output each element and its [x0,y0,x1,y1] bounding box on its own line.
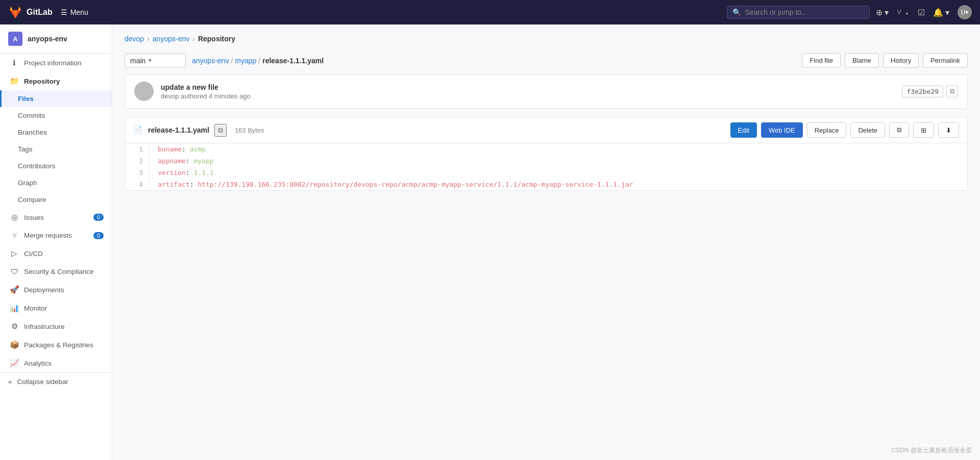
project-avatar: A [8,32,22,46]
edit-button[interactable]: Edit [730,122,757,138]
path-myapp[interactable]: myapp [235,57,256,65]
search-input[interactable] [745,8,864,16]
commit-details: update a new file devop authored 4 minut… [161,83,895,100]
sidebar-item-compare[interactable]: Compare [0,191,112,208]
sidebar-project-header: A anyops-env [0,24,112,54]
navbar-logo[interactable]: GitLab [8,5,53,19]
sidebar-item-analytics[interactable]: 📈 Analytics [0,354,112,372]
code-line-4: 4 artifact: http://139.198.166.235:8082/… [125,178,967,190]
sidebar-item-repository[interactable]: 📁 Repository [0,72,112,90]
web-ide-button[interactable]: Web IDE [761,122,803,138]
breadcrumb-sep-1: › [147,35,150,43]
sidebar-item-branches[interactable]: Branches [0,124,112,141]
commit-hash-code: f3e2be29 [902,86,943,97]
blame-button[interactable]: Blame [845,53,879,68]
sidebar-label: Infrastructure [24,323,65,330]
project-info-icon: ℹ [10,58,19,67]
path-anyops-env[interactable]: anyops-env [192,57,229,65]
permalink-button[interactable]: Permalink [923,53,968,68]
sidebar-item-cicd[interactable]: ▷ CI/CD [0,244,112,263]
sidebar-item-infrastructure[interactable]: ⚙ Infrastructure [0,317,112,336]
search-icon: 🔍 [732,8,741,16]
raw-button[interactable]: ⊞ [913,122,934,138]
breadcrumb-devop[interactable]: devop [125,35,144,43]
sidebar-item-project-information[interactable]: ℹ Project information [0,54,112,72]
monitor-icon: 📊 [10,303,19,313]
line-code-3: version: 1.1.1 [150,167,214,178]
main-content: devop › anyops-env › Repository main ▾ a… [112,24,980,460]
sidebar-item-merge-requests[interactable]: ⑂ Merge requests 0 [0,226,112,244]
navbar-search[interactable]: 🔍 [727,6,870,19]
issues-badge: 0 [93,214,104,221]
sidebar-item-issues[interactable]: ◎ Issues 0 [0,208,112,226]
sidebar-label: Security & Compliance [24,268,94,275]
add-icon[interactable]: ⊕ ▾ [876,8,889,17]
sidebar-item-deployments[interactable]: 🚀 Deployments [0,280,112,299]
replace-button[interactable]: Replace [807,122,847,138]
sidebar-item-monitor[interactable]: 📊 Monitor [0,299,112,317]
sidebar-label: Merge requests [24,232,72,239]
sidebar-label: Graph [18,179,37,187]
merge-request-icon[interactable]: ⑂ ▾ [897,8,909,17]
line-code-2: appname: myapp [150,155,214,167]
code-line-1: 1 buname: acmp [125,143,967,155]
file-viewer: 📄 release-1.1.1.yaml ⧉ 163 Bytes Edit We… [125,117,968,191]
sidebar-item-security-compliance[interactable]: 🛡 Security & Compliance [0,263,112,280]
merge-requests-icon: ⑂ [10,231,19,240]
user-avatar[interactable]: U▾ [958,5,972,19]
sidebar-label: Project information [24,59,82,67]
issues-icon: ◎ [10,213,19,222]
find-file-button[interactable]: Find file [802,53,841,68]
footer-note: CSDN @富士康质检员张全蛋 [891,446,972,455]
project-name: anyops-env [28,35,67,43]
sidebar-item-packages-registries[interactable]: 📦 Packages & Registries [0,336,112,354]
navbar-menu-button[interactable]: ☰ Menu [61,8,88,16]
notification-icon[interactable]: 🔔 ▾ [933,8,949,17]
copy-path-button[interactable]: ⧉ [214,124,227,137]
sidebar-item-graph[interactable]: Graph [0,174,112,191]
breadcrumb-sep-2: › [192,35,195,43]
file-viewer-header: 📄 release-1.1.1.yaml ⧉ 163 Bytes Edit We… [125,117,967,143]
file-type-icon: 📄 [133,125,143,135]
sidebar: A anyops-env ℹ Project information 📁 Rep… [0,24,112,460]
sidebar-label: Branches [18,129,47,136]
sidebar-item-commits[interactable]: Commits [0,107,112,124]
analytics-icon: 📈 [10,359,19,368]
path-nav: anyops-env / myapp / release-1.1.1.yaml [192,57,324,65]
hamburger-icon: ☰ [61,8,67,16]
sidebar-collapse-button[interactable]: « Collapse sidebar [0,372,112,391]
line-number-4: 4 [125,178,150,190]
sidebar-label: Analytics [24,360,52,367]
packages-icon: 📦 [10,340,19,349]
sidebar-item-contributors[interactable]: Contributors [0,158,112,174]
navbar: GitLab ☰ Menu 🔍 ⊕ ▾ ⑂ ▾ ☑ 🔔 ▾ U▾ [0,0,980,24]
sidebar-item-files[interactable]: Files [0,90,112,107]
line-code-4: artifact: http://139.198.166.235:8082/re… [150,178,633,190]
file-browser-actions: Find file Blame History Permalink [802,53,968,68]
delete-button[interactable]: Delete [850,122,885,138]
sidebar-label: Issues [24,214,44,221]
infrastructure-icon: ⚙ [10,322,19,331]
collapse-label: Collapse sidebar [17,378,69,386]
cicd-icon: ▷ [10,249,19,258]
branch-selector[interactable]: main ▾ [125,54,186,68]
todo-icon[interactable]: ☑ [918,8,925,17]
copy-raw-button[interactable]: ⧉ [889,122,909,138]
commit-avatar [134,82,154,101]
commit-time: authored 4 minutes ago [181,92,251,100]
sidebar-label: Repository [24,78,60,85]
sidebar-label: Commits [18,112,45,119]
branch-name: main [130,57,145,65]
breadcrumb-anyops-env[interactable]: anyops-env [153,35,189,43]
sidebar-item-tags[interactable]: Tags [0,141,112,158]
sidebar-label: Tags [18,145,33,153]
file-name: release-1.1.1.yaml [148,126,209,134]
download-button[interactable]: ⬇ [938,122,959,138]
breadcrumb: devop › anyops-env › Repository [125,35,968,43]
security-icon: 🛡 [10,267,19,276]
navbar-title: GitLab [27,8,53,17]
history-button[interactable]: History [883,53,919,68]
commit-hash: f3e2be29 ⧉ [902,85,958,97]
gitlab-fox-icon [8,5,22,19]
copy-hash-button[interactable]: ⧉ [946,85,958,97]
